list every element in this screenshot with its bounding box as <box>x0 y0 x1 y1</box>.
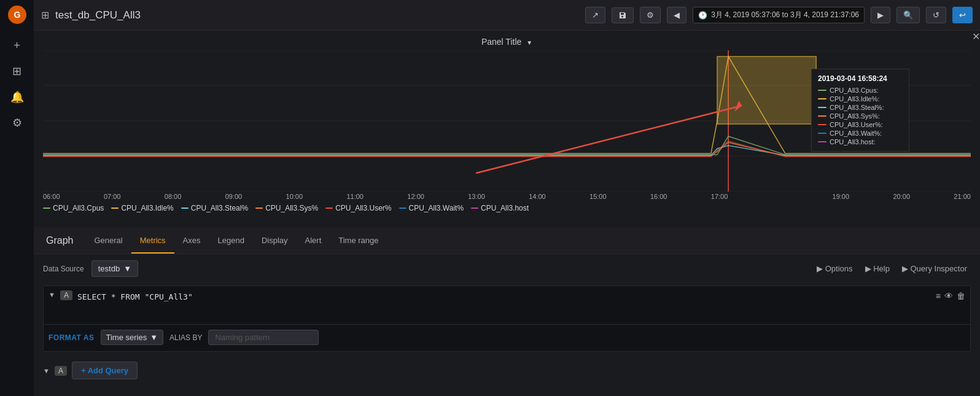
share-button[interactable]: ↗ <box>585 7 605 23</box>
legend-item[interactable]: CPU_All3.User% <box>325 204 391 212</box>
tooltip-title: 2019-03-04 16:58:24 <box>818 74 903 83</box>
add-query-label-tag: A <box>55 366 67 376</box>
query-textarea[interactable]: SELECT * FROM "CPU_All3" <box>77 290 931 320</box>
query-label: A <box>60 290 72 300</box>
close-panel-button[interactable]: ✕ <box>972 31 980 42</box>
query-menu-icon[interactable]: ≡ <box>936 291 941 301</box>
legend-item[interactable]: CPU_All3.Steal% <box>181 204 248 212</box>
legend-item-label: CPU_All3.host <box>481 204 529 212</box>
tab-alert[interactable]: Alert <box>297 228 330 254</box>
tabs-section-title: Graph <box>46 235 73 246</box>
tab-axes[interactable]: Axes <box>174 228 209 254</box>
legend-item[interactable]: CPU_All3.Sys% <box>255 204 318 212</box>
x-axis-labels: 06:00 07:00 08:00 09:00 10:00 11:00 12:0… <box>43 192 971 200</box>
query-icons: ≡ 👁 🗑 <box>936 290 965 301</box>
back-blue-button[interactable]: ↩ <box>952 7 973 23</box>
legend-item[interactable]: CPU_All3.Wait% <box>399 204 464 212</box>
tabs-container: GeneralMetricsAxesLegendDisplayAlertTime… <box>85 228 387 253</box>
tooltip-row: CPU_All3.host: <box>818 138 903 146</box>
chart-tooltip: 2019-03-04 16:58:24 CPU_All3.Cpus:CPU_Al… <box>811 69 909 152</box>
legend-item-label: CPU_All3.Cpus <box>53 204 104 212</box>
add-query-button[interactable]: + Add Query <box>72 362 138 379</box>
chart-legend: CPU_All3.CpusCPU_All3.Idle%CPU_All3.Stea… <box>43 200 971 215</box>
tooltip-line-color <box>818 124 826 125</box>
tab-display[interactable]: Display <box>253 228 297 254</box>
legend-color-dot <box>471 208 478 209</box>
tooltip-line-color <box>818 141 826 142</box>
legend-item-label: CPU_All3.Sys% <box>265 204 318 212</box>
time-range-text: 3月 4, 2019 05:37:06 to 3月 4, 2019 21:37:… <box>711 10 859 20</box>
tooltip-row-label: CPU_All3.Idle%: <box>830 95 879 103</box>
query-header: ▼ A SELECT * FROM "CPU_All3" ≡ 👁 🗑 <box>44 286 970 324</box>
query-visibility-icon[interactable]: 👁 <box>944 291 953 301</box>
panel-title: Panel Title <box>481 37 521 47</box>
legend-color-dot <box>325 208 333 209</box>
tooltip-line-color <box>818 107 826 108</box>
refresh-button[interactable]: ↺ <box>926 7 946 23</box>
legend-item-label: CPU_All3.Idle% <box>121 204 173 212</box>
alias-input[interactable] <box>208 330 319 345</box>
tooltip-row: CPU_All3.Wait%: <box>818 129 903 138</box>
tab-legend[interactable]: Legend <box>209 228 253 254</box>
legend-item[interactable]: CPU_All3.host <box>471 204 529 212</box>
sidebar-configuration[interactable]: ⚙ <box>6 112 28 134</box>
legend-item-label: CPU_All3.Steal% <box>191 204 248 212</box>
query-inspector-button[interactable]: ▶ Query Inspector <box>898 262 971 276</box>
tooltip-row: CPU_All3.Cpus: <box>818 86 903 95</box>
tabs-row: Graph GeneralMetricsAxesLegendDisplayAle… <box>34 227 980 254</box>
legend-item[interactable]: CPU_All3.Idle% <box>111 204 173 212</box>
tooltip-row-label: CPU_All3.Cpus: <box>830 87 878 94</box>
datasource-dropdown-icon: ▼ <box>123 264 131 273</box>
nav-forward-button[interactable]: ▶ <box>871 7 890 23</box>
legend-color-dot <box>111 208 119 209</box>
datasource-select[interactable]: testdb ▼ <box>91 260 138 277</box>
tooltip-row-label: CPU_All3.Sys%: <box>830 112 880 120</box>
query-editor-area: Data Source testdb ▼ ▶ Options ▶ Help ▶ … <box>34 254 980 396</box>
right-buttons-group: ▶ Options ▶ Help ▶ Query Inspector <box>813 262 971 276</box>
sidebar-add-panel[interactable]: + <box>6 34 28 56</box>
help-button[interactable]: ▶ Help <box>861 262 893 276</box>
tab-time-range[interactable]: Time range <box>330 228 387 254</box>
main-content: Panel Title ▼ 150 100 50 0 <box>34 31 980 396</box>
legend-item[interactable]: CPU_All3.Cpus <box>43 204 104 212</box>
format-as-select[interactable]: Time series ▼ <box>101 330 164 345</box>
zoom-out-button[interactable]: 🔍 <box>896 7 920 23</box>
datasource-label: Data Source <box>43 265 84 273</box>
nav-back-button[interactable]: ◀ <box>667 7 686 23</box>
tooltip-row-label: CPU_All3.Steal%: <box>830 104 884 111</box>
legend-item-label: CPU_All3.Wait% <box>409 204 464 212</box>
save-button[interactable] <box>612 7 634 23</box>
tooltip-row: CPU_All3.Steal%: <box>818 103 903 112</box>
tooltip-line-color <box>818 98 826 99</box>
tooltip-row-label: CPU_All3.Wait%: <box>830 130 882 137</box>
tooltip-row-label: CPU_All3.User%: <box>830 121 883 128</box>
legend-item-label: CPU_All3.User% <box>335 204 391 212</box>
datasource-value: testdb <box>98 264 120 273</box>
svg-text:G: G <box>14 10 20 20</box>
chart-area: Panel Title ▼ 150 100 50 0 <box>34 31 980 227</box>
query-delete-icon[interactable]: 🗑 <box>957 291 965 301</box>
clock-icon: 🕐 <box>698 11 707 20</box>
sidebar-dashboards[interactable]: ⊞ <box>6 60 28 82</box>
tab-general[interactable]: General <box>85 228 131 254</box>
topbar: ⊞ test_db_CPU_All3 ↗ ⚙ ◀ 🕐 3月 4, 2019 05… <box>34 0 980 31</box>
grafana-logo[interactable]: G <box>7 5 27 25</box>
chart-svg-wrapper: 150 100 50 0 2019-03-04 16:58:24 CPU <box>43 50 971 192</box>
query-block: ▼ A SELECT * FROM "CPU_All3" ≡ 👁 🗑 FORMA… <box>43 285 971 352</box>
time-range-display: 🕐 3月 4, 2019 05:37:06 to 3月 4, 2019 21:3… <box>693 7 865 23</box>
tooltip-row: CPU_All3.User%: <box>818 120 903 129</box>
settings-button[interactable]: ⚙ <box>640 7 661 23</box>
query-toggle[interactable]: ▼ <box>49 290 55 298</box>
panel-title-bar: Panel Title ▼ <box>43 37 971 50</box>
grid-icon: ⊞ <box>41 9 49 21</box>
tooltip-line-color <box>818 90 826 91</box>
tooltip-row-label: CPU_All3.host: <box>830 138 876 146</box>
format-row: FORMAT AS Time series ▼ ALIAS BY <box>44 324 970 351</box>
panel-title-arrow[interactable]: ▼ <box>526 39 532 46</box>
sidebar-alerts[interactable]: 🔔 <box>6 86 28 108</box>
options-button[interactable]: ▶ Options <box>813 262 856 276</box>
tab-metrics[interactable]: Metrics <box>131 228 174 254</box>
format-as-arrow-icon: ▼ <box>150 333 158 342</box>
format-as-label: FORMAT AS <box>49 333 95 342</box>
add-query-toggle: ▼ <box>43 367 50 375</box>
